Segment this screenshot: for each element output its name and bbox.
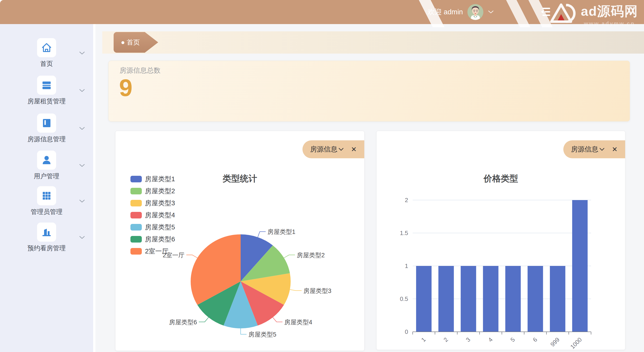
pie-label-line xyxy=(258,232,266,237)
chevron-down-icon[interactable] xyxy=(79,89,85,92)
y-axis-tick-label: 1.5 xyxy=(400,230,408,236)
stats-card-value: 9 xyxy=(119,74,132,101)
sidebar-item-label: 房屋租赁管理 xyxy=(0,97,93,106)
welcome-text: 欢迎 admin xyxy=(428,7,463,17)
bar[interactable] xyxy=(438,266,454,332)
x-axis-tick-label: 999 xyxy=(549,336,561,348)
pie-slice-label: 房屋类型5 xyxy=(248,331,276,338)
x-axis-tick-label: 1000 xyxy=(569,336,583,350)
bar-chart-card: 房源信息 ✕ 价格类型 00.511.521234569991000 xyxy=(376,131,625,350)
pie-label-line xyxy=(186,255,198,258)
book-icon xyxy=(37,114,56,133)
bar[interactable] xyxy=(550,266,565,332)
chevron-down-icon[interactable] xyxy=(79,164,85,167)
sidebar-divider xyxy=(93,24,96,352)
pie-slice-label: 房屋类型2 xyxy=(297,252,325,259)
sidebar-item-label: 房源信息管理 xyxy=(0,135,93,144)
bar[interactable] xyxy=(506,266,521,332)
sidebar-item-admins[interactable]: 管理员管理 xyxy=(0,186,93,220)
home-icon xyxy=(37,38,56,57)
user-menu[interactable]: 欢迎 admin xyxy=(428,0,494,24)
stats-card-title: 房源信息总数 xyxy=(120,66,160,75)
y-axis-tick-label: 2 xyxy=(405,197,408,203)
pie-label-line xyxy=(241,328,246,334)
sidebar-item-house-rental[interactable]: 房屋租赁管理 xyxy=(0,76,93,110)
chevron-down-icon[interactable] xyxy=(79,127,85,130)
pie-slice-label: 房屋类型4 xyxy=(284,319,312,326)
bar[interactable] xyxy=(460,266,476,332)
avatar-illustration xyxy=(468,4,483,20)
chevron-down-icon[interactable] xyxy=(79,51,85,55)
pie-label-line xyxy=(284,255,295,258)
sidebar-item-home[interactable]: 首页 xyxy=(0,38,93,72)
x-axis-tick-label: 4 xyxy=(487,336,494,343)
sidebar-item-users[interactable]: 用户管理 xyxy=(0,151,93,185)
bar[interactable] xyxy=(572,200,588,332)
sidebar-item-viewing-appointments[interactable]: 预约看房管理 xyxy=(0,223,93,257)
chevron-down-icon[interactable] xyxy=(79,236,85,239)
stats-card-housing-total: 房源信息总数 9 xyxy=(108,61,630,121)
chevron-down-icon[interactable] xyxy=(488,10,494,14)
x-axis-tick-label: 3 xyxy=(464,336,472,343)
pie-chart-card: 房源信息 ✕ 类型统计 房屋类型1房屋类型2房屋类型3房屋类型4房屋类型5房屋类… xyxy=(115,131,364,351)
bar[interactable] xyxy=(483,266,498,332)
sidebar-item-label: 预约看房管理 xyxy=(0,244,93,253)
watermark-logo: ad源码网 www.adymw.cn xyxy=(550,2,638,27)
chevron-down-icon[interactable] xyxy=(79,199,85,203)
sidebar: 首页 房屋租赁管理 xyxy=(0,24,93,352)
grid-icon xyxy=(37,186,56,205)
x-axis-tick-label: 1 xyxy=(420,336,427,343)
bar-chart[interactable]: 00.511.521234569991000 xyxy=(376,131,626,350)
breadcrumb-label: 首页 xyxy=(127,38,140,47)
pie-label-line xyxy=(290,290,302,291)
pie-label-line xyxy=(273,318,282,322)
logo-text: ad源码网 xyxy=(581,2,638,20)
avatar[interactable] xyxy=(468,4,483,20)
y-axis-tick-label: 0.5 xyxy=(400,296,408,302)
breadcrumb: ● 首页 xyxy=(102,31,644,54)
sidebar-item-housing-info[interactable]: 房源信息管理 xyxy=(0,114,93,148)
pie-slice-label: 2室一厅 xyxy=(163,252,184,259)
sidebar-item-label: 管理员管理 xyxy=(0,208,93,216)
x-axis-tick-label: 5 xyxy=(509,336,516,343)
breadcrumb-bullet: ● xyxy=(121,39,125,46)
app-screen: 欢迎 admin xyxy=(0,0,644,352)
logo-mark-icon xyxy=(550,2,578,23)
top-header-bar: 欢迎 admin xyxy=(0,0,644,24)
user-icon xyxy=(37,151,56,170)
sidebar-item-label: 首页 xyxy=(0,59,93,68)
bar[interactable] xyxy=(416,266,432,332)
x-axis-tick-label: 6 xyxy=(531,336,538,343)
logo-url-text: www.adymw.cn xyxy=(581,20,638,27)
building-icon xyxy=(37,223,56,242)
y-axis-tick-label: 1 xyxy=(405,263,408,269)
y-axis-tick-label: 0 xyxy=(405,328,408,335)
pie-slice-label: 房屋类型3 xyxy=(303,288,331,294)
pie-chart[interactable]: 房屋类型1房屋类型2房屋类型3房屋类型4房屋类型5房屋类型62室一厅 xyxy=(116,131,365,351)
pie-label-line xyxy=(199,318,208,322)
pie-slice-label: 房屋类型1 xyxy=(268,228,296,235)
bar[interactable] xyxy=(528,266,543,332)
list-icon xyxy=(37,76,56,95)
header-stripe-decoration xyxy=(505,0,530,27)
sidebar-item-label: 用户管理 xyxy=(0,172,93,181)
pie-slice-label: 房屋类型6 xyxy=(169,319,197,326)
breadcrumb-item-home[interactable]: ● 首页 xyxy=(114,32,158,53)
x-axis-tick-label: 2 xyxy=(442,336,449,343)
